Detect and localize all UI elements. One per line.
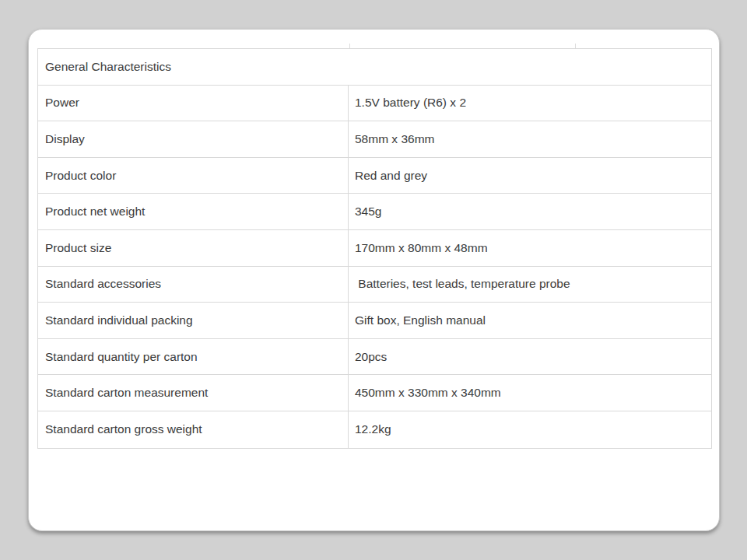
spec-label-cell: Standard quantity per carton [38,339,349,375]
table-row: Standard carton measurement 450mm x 330m… [38,375,711,411]
spec-label-cell: Power [38,86,349,121]
spec-label-cell: Standard individual packing [38,303,349,338]
spec-value-cell: 170mm x 80mm x 48mm [349,230,711,266]
spec-label-cell: Standard carton gross weight [38,411,349,448]
spec-value-cell: Batteries, test leads, temperature probe [349,267,711,303]
spec-value-cell: 20pcs [349,339,711,375]
table-row: Product net weight 345g [38,194,711,230]
spec-label-cell: Product net weight [38,194,349,229]
table-row: Standard accessories Batteries, test lea… [38,267,711,303]
spec-value-cell: 450mm x 330mm x 340mm [349,375,711,411]
table-header-row: General Characteristics [38,49,711,86]
spec-table: General Characteristics Power 1.5V batte… [37,48,712,449]
spec-value-cell: Red and grey [349,158,711,194]
spec-label-cell: Display [38,121,349,157]
spec-label-cell: Product size [38,230,349,266]
content-card: General Characteristics Power 1.5V batte… [28,29,720,531]
page-background: General Characteristics Power 1.5V batte… [0,0,747,560]
spec-value-cell: 345g [349,194,711,229]
spec-value-cell: 1.5V battery (R6) x 2 [349,86,711,121]
table-title: General Characteristics [38,49,711,85]
spec-label-cell: Standard carton measurement [38,375,349,411]
spec-label-cell: Product color [38,158,349,194]
spec-label-cell: Standard accessories [38,267,349,303]
table-row: Product color Red and grey [38,158,711,194]
table-row: Display 58mm x 36mm [38,121,711,158]
table-row: Standard quantity per carton 20pcs [38,339,711,376]
table-row: Standard individual packing Gift box, En… [38,303,711,339]
spec-value-cell: Gift box, English manual [349,303,711,338]
table-row: Power 1.5V battery (R6) x 2 [38,86,711,122]
spec-value-cell: 12.2kg [349,411,711,448]
table-row: Standard carton gross weight 12.2kg [38,411,711,448]
spec-value-cell: 58mm x 36mm [349,121,711,157]
table-row: Product size 170mm x 80mm x 48mm [38,230,711,267]
